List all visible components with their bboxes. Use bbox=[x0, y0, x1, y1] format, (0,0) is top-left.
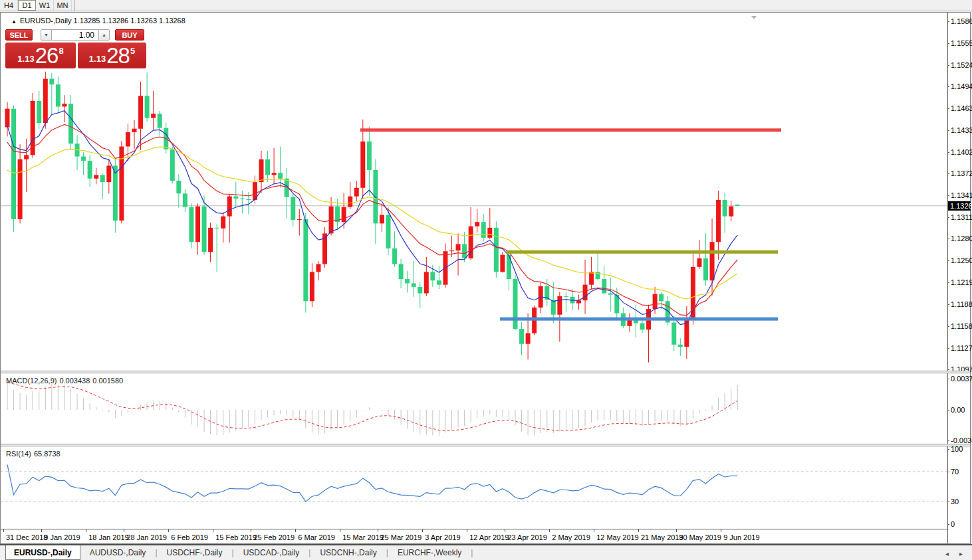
time-axis-tick bbox=[676, 529, 677, 532]
collapse-arrow-icon[interactable]: ▲ bbox=[11, 19, 17, 25]
price-axis-label: 1.11275 bbox=[951, 344, 972, 352]
price-axis-label: 1.14940 bbox=[951, 82, 972, 90]
time-axis-tick bbox=[594, 529, 594, 532]
one-click-trade-panel: SELL ▾ ▴ BUY 1.13 26 8 1.13 28 5 bbox=[5, 29, 148, 68]
time-axis-label: 2 May 2019 bbox=[552, 533, 590, 541]
macd-chart-canvas[interactable] bbox=[1, 373, 947, 444]
pane-splitter[interactable] bbox=[1, 444, 970, 446]
symbol-tab-usdchfdaily[interactable]: USDCHF-,Daily bbox=[158, 545, 232, 560]
tab-scroll-left-icon[interactable]: ◂ bbox=[945, 550, 949, 557]
chart-window: 31 Dec 20189 Jan 201918 Jan 201928 Jan 2… bbox=[0, 12, 971, 544]
volume-increase-button[interactable]: ▴ bbox=[98, 29, 110, 41]
toolbar-separator bbox=[74, 0, 75, 11]
macd-indicator-label: MACD(12,26,9)0.0034380.001580 bbox=[6, 377, 126, 385]
macd-axis-label: 0.00 bbox=[951, 406, 965, 414]
price-axis-label: 1.12500 bbox=[951, 256, 972, 264]
symbol-tab-bar: EURUSD-,DailyAUDUSD-,Daily|USDCHF-,Daily… bbox=[0, 544, 972, 560]
time-axis-label: 25 Mar 2019 bbox=[380, 533, 422, 541]
ohlc-close: 1.13268 bbox=[159, 17, 185, 25]
pane-splitter[interactable] bbox=[1, 371, 970, 373]
time-axis-tick bbox=[467, 529, 467, 532]
support-line[interactable] bbox=[500, 318, 778, 321]
time-axis-label: 15 Feb 2019 bbox=[215, 533, 257, 541]
chart-shift-marker-icon[interactable] bbox=[751, 16, 757, 19]
macd-name: MACD(12,26,9) bbox=[6, 377, 57, 385]
symbol-tab-audusddaily[interactable]: AUDUSD-,Daily bbox=[80, 545, 156, 560]
rsi-chart-canvas[interactable] bbox=[1, 446, 947, 529]
time-axis-label: 15 Mar 2019 bbox=[342, 533, 384, 541]
chart-symbol-label: EURUSD-,Daily bbox=[20, 17, 72, 25]
price-axis-label: 1.14330 bbox=[951, 126, 972, 134]
time-axis-tick bbox=[168, 529, 169, 532]
rsi-axis-label: 0 bbox=[951, 520, 955, 528]
tab-scroll-controls: ◂ ▸ bbox=[945, 545, 963, 560]
rsi-axis-label: 70 bbox=[951, 468, 959, 476]
rsi-line bbox=[7, 464, 737, 502]
timeframe-toolbar: H4D1W1MN bbox=[0, 0, 972, 11]
tab-separator: | bbox=[471, 545, 473, 560]
symbol-tab-eurusddaily[interactable]: EURUSD-,Daily bbox=[5, 545, 80, 560]
macd-axis-label: 0.003777 bbox=[951, 375, 972, 383]
rsi-axis-label: 30 bbox=[951, 498, 959, 506]
timeframe-button-mn[interactable]: MN bbox=[54, 0, 72, 11]
time-axis-tick bbox=[3, 529, 4, 532]
price-axis-label: 1.14025 bbox=[951, 148, 972, 156]
time-axis-tick bbox=[295, 529, 296, 532]
resistance-line[interactable] bbox=[360, 128, 781, 132]
buy-price-pip: 5 bbox=[130, 46, 135, 56]
price-axis-label: 1.13110 bbox=[951, 213, 972, 221]
time-axis-label: 6 Mar 2019 bbox=[298, 533, 335, 541]
price-axis-label: 1.14635 bbox=[951, 104, 972, 112]
time-axis[interactable]: 31 Dec 20189 Jan 201918 Jan 201928 Jan 2… bbox=[1, 529, 947, 543]
macd-signal-line bbox=[7, 383, 737, 431]
mid-level-line[interactable] bbox=[506, 250, 778, 254]
time-axis-label: 28 Jan 2019 bbox=[126, 533, 167, 541]
sell-price-big: 26 bbox=[35, 43, 59, 68]
sell-price-button[interactable]: 1.13 26 8 bbox=[5, 43, 76, 68]
time-axis-label: 21 May 2019 bbox=[641, 533, 683, 541]
buy-price-button[interactable]: 1.13 28 5 bbox=[78, 43, 146, 68]
symbol-tab-usdcaddaily[interactable]: USDCAD-,Daily bbox=[234, 545, 309, 560]
buy-price-big: 28 bbox=[106, 43, 130, 68]
ohlc-open: 1.13285 bbox=[74, 17, 100, 25]
rsi-name: RSI(14) bbox=[6, 450, 31, 458]
timeframe-button-d1[interactable]: D1 bbox=[18, 0, 36, 11]
price-axis-label: 1.13415 bbox=[951, 191, 972, 199]
time-axis-label: 23 Apr 2019 bbox=[507, 533, 547, 541]
price-axis-label: 1.12195 bbox=[951, 278, 972, 286]
buy-button[interactable]: BUY bbox=[115, 29, 144, 41]
time-axis-label: 30 May 2019 bbox=[679, 533, 721, 541]
price-axis-label: 1.11885 bbox=[951, 300, 972, 308]
price-axis-label: 1.15550 bbox=[951, 39, 972, 47]
time-axis-label: 25 Feb 2019 bbox=[253, 533, 295, 541]
macd-histogram bbox=[7, 380, 737, 436]
price-axis[interactable]: 1.13268 1.158601.155501.152451.149401.14… bbox=[947, 13, 970, 543]
timeframe-button-w1[interactable]: W1 bbox=[36, 0, 54, 11]
time-axis-tick bbox=[505, 529, 505, 532]
volume-decrease-button[interactable]: ▾ bbox=[41, 29, 52, 41]
time-axis-tick bbox=[721, 529, 721, 532]
price-axis-label: 1.12805 bbox=[951, 234, 972, 242]
time-axis-label: 12 May 2019 bbox=[596, 533, 639, 541]
time-axis-label: 12 Apr 2019 bbox=[469, 533, 509, 541]
time-axis-tick bbox=[124, 529, 124, 532]
sell-price-pip: 8 bbox=[59, 46, 63, 56]
price-axis-label: 1.13720 bbox=[951, 169, 972, 177]
symbol-tab-usdcnhdaily[interactable]: USDCNH-,Daily bbox=[310, 545, 386, 560]
time-axis-tick bbox=[422, 529, 423, 532]
chart-panes: 31 Dec 20189 Jan 201918 Jan 201928 Jan 2… bbox=[1, 13, 947, 543]
tab-scroll-right-icon[interactable]: ▸ bbox=[959, 550, 963, 557]
macd-main-value: 0.003438 bbox=[59, 377, 90, 385]
sell-button[interactable]: SELL bbox=[5, 29, 33, 41]
volume-input[interactable] bbox=[52, 29, 98, 41]
timeframe-button-h4[interactable]: H4 bbox=[0, 0, 18, 11]
rsi-indicator-label: RSI(14)65.8738 bbox=[6, 450, 63, 458]
price-axis-label: 1.15860 bbox=[951, 17, 972, 25]
chart-title: ▲EURUSD-,Daily 1.13285 1.13286 1.13263 1… bbox=[11, 17, 185, 25]
time-axis-label: 3 Apr 2019 bbox=[425, 533, 460, 541]
symbol-tab-eurchfweekly[interactable]: EURCHF-,Weekly bbox=[388, 545, 471, 560]
time-axis-label: 6 Feb 2019 bbox=[171, 533, 208, 541]
macd-axis-label: -0.003682 bbox=[951, 436, 972, 444]
rsi-value: 65.8738 bbox=[34, 450, 61, 458]
price-axis-label: 1.15245 bbox=[951, 61, 972, 69]
